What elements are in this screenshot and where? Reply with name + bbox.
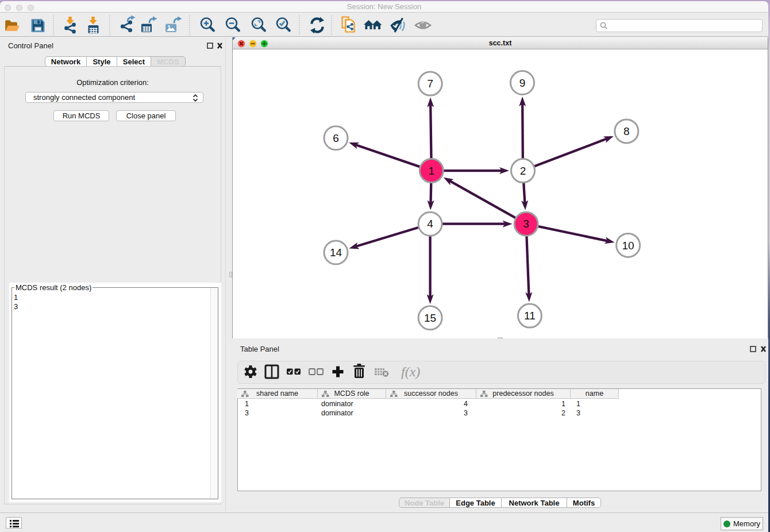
svg-text:f(x): f(x)	[401, 364, 420, 379]
svg-text:3: 3	[523, 218, 529, 230]
svg-text:6: 6	[333, 132, 339, 144]
svg-text:4: 4	[427, 218, 433, 230]
svg-text:2: 2	[520, 165, 526, 177]
svg-text:7: 7	[427, 78, 433, 90]
svg-text:10: 10	[622, 240, 634, 252]
svg-text:1: 1	[429, 165, 435, 177]
svg-text:11: 11	[524, 310, 536, 322]
svg-text:8: 8	[623, 125, 630, 137]
svg-text:14: 14	[330, 246, 342, 259]
svg-text:9: 9	[519, 77, 526, 89]
svg-text:15: 15	[424, 312, 436, 324]
